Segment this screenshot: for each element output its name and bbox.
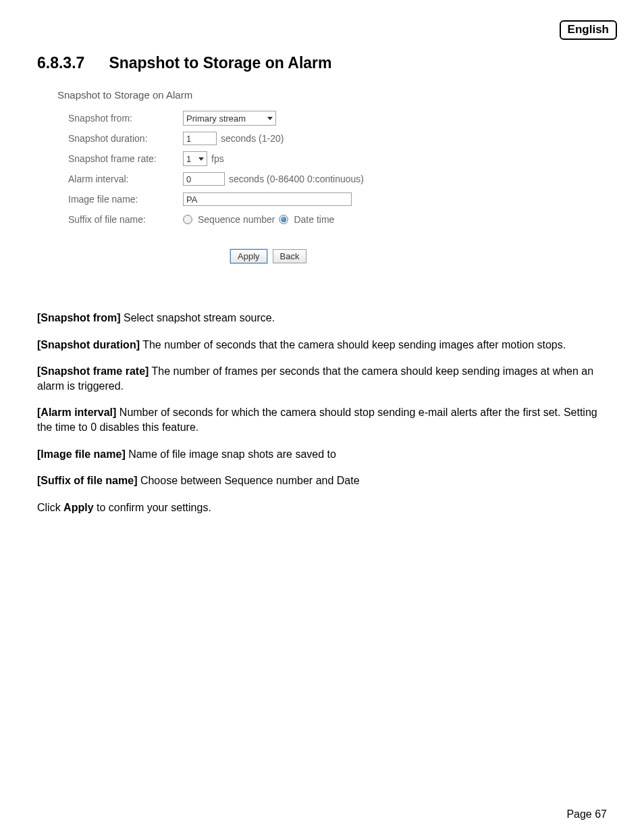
label-suffix: Suffix of file name:: [68, 214, 183, 225]
term-snapshot-from: [Snapshot from]: [37, 312, 121, 323]
snapshot-from-value: Primary stream: [186, 113, 246, 124]
back-button[interactable]: Back: [273, 249, 307, 263]
label-image-file-name: Image file name:: [68, 194, 183, 205]
snapshot-from-select[interactable]: Primary stream: [183, 111, 276, 126]
term-image-file-name: [Image file name]: [37, 448, 126, 460]
duration-hint: seconds (1-20): [221, 133, 284, 144]
term-apply: Apply: [63, 502, 93, 513]
apply-button[interactable]: Apply: [230, 249, 267, 263]
term-alarm-interval: [Alarm interval]: [37, 407, 116, 418]
radio-sequence-label: Sequence number: [198, 214, 275, 225]
section-title: Snapshot to Storage on Alarm: [109, 54, 331, 72]
language-badge: English: [560, 20, 617, 40]
section-heading: 6.8.3.7 Snapshot to Storage on Alarm: [37, 54, 607, 72]
frame-rate-select[interactable]: 1: [183, 151, 207, 166]
radio-sequence-number[interactable]: [183, 215, 192, 224]
snapshot-duration-input[interactable]: 1: [183, 132, 217, 145]
label-frame-rate: Snapshot frame rate:: [68, 153, 183, 164]
term-snapshot-frame-rate: [Snapshot frame rate]: [37, 365, 149, 377]
radio-date-time[interactable]: [279, 215, 288, 224]
chevron-down-icon: [267, 117, 273, 120]
chevron-down-icon: [198, 157, 204, 161]
panel-title: Snapshot to Storage on Alarm: [57, 89, 435, 101]
fps-hint: fps: [211, 153, 224, 164]
alarm-interval-input[interactable]: 0: [183, 172, 225, 186]
radio-date-label: Date time: [294, 214, 334, 225]
description-block: [Snapshot from] Select snapshot stream s…: [37, 311, 607, 515]
label-alarm-interval: Alarm interval:: [68, 174, 183, 184]
section-number: 6.8.3.7: [37, 54, 105, 72]
term-suffix: [Suffix of file name]: [37, 475, 137, 486]
interval-hint: seconds (0-86400 0:continuous): [229, 174, 364, 184]
page-footer: Page 67: [566, 808, 607, 820]
label-snapshot-duration: Snapshot duration:: [68, 133, 183, 144]
settings-panel: Snapshot to Storage on Alarm Snapshot fr…: [57, 89, 435, 263]
label-snapshot-from: Snapshot from:: [68, 113, 183, 124]
term-snapshot-duration: [Snapshot duration]: [37, 339, 140, 350]
image-file-name-input[interactable]: PA: [183, 192, 352, 206]
